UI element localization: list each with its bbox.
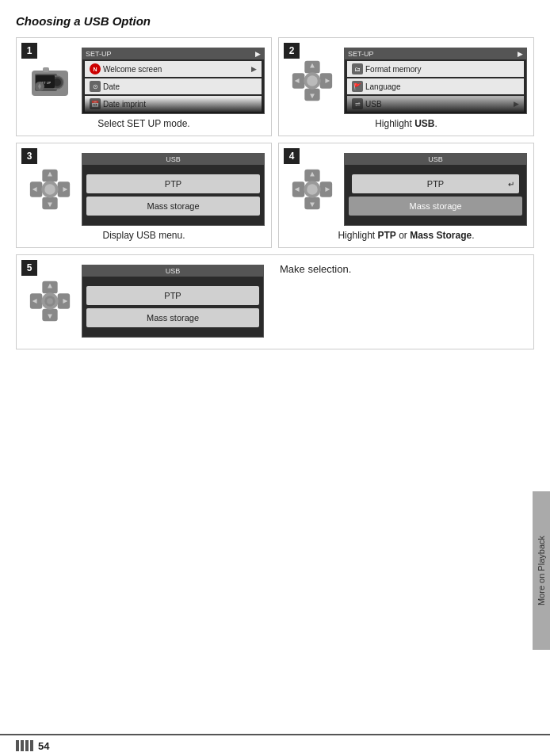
step-4-bold-ptp: PTP xyxy=(377,230,395,241)
step-5-box: 5 xyxy=(16,254,534,349)
menu-item-format: 🗂 Format memory xyxy=(347,61,524,77)
step-5-left: 5 xyxy=(17,255,270,349)
svg-point-35 xyxy=(307,184,318,195)
step-5-screen: USB PTP Mass storage xyxy=(82,265,264,338)
svg-rect-6 xyxy=(43,67,49,72)
menu-item-date: ⊙ Date xyxy=(85,78,262,94)
footer-decoration xyxy=(16,740,33,751)
step-3-number: 3 xyxy=(21,148,37,164)
step-5-caption-area: Make selection. xyxy=(270,255,533,349)
side-tab: More on Playback xyxy=(533,491,550,650)
step-3-box: 3 xyxy=(16,143,272,248)
step-3-screen: USB PTP Mass storage xyxy=(82,153,265,226)
step-4-mass-storage: Mass storage xyxy=(349,197,522,216)
step-1-screen: SET-UP ▶ N Welcome screen ▶ ⊙ Date 📅 xyxy=(82,48,265,114)
step-3-mass-storage: Mass storage xyxy=(86,197,260,216)
step-5-caption: Make selection. xyxy=(280,263,351,275)
step-5-number: 5 xyxy=(21,260,37,276)
step-4-box: 4 xyxy=(278,143,534,248)
step-2-box: 2 xyxy=(278,37,534,136)
step-2-bold: USB xyxy=(414,118,434,129)
step-4-number: 4 xyxy=(284,148,300,164)
step-1-camera-icon: SET UP xyxy=(23,56,77,105)
page-footer: 54 xyxy=(0,734,550,756)
step-3-caption: Display USB menu. xyxy=(23,230,265,241)
menu-item-language: 🚩 Language xyxy=(347,78,524,94)
page-number: 54 xyxy=(38,740,49,752)
step-4-bold-mass: Mass Storage xyxy=(410,230,472,241)
svg-point-46 xyxy=(47,298,53,304)
svg-point-15 xyxy=(307,75,318,86)
svg-point-25 xyxy=(44,184,55,195)
step-5-mass-storage: Mass storage xyxy=(86,308,259,327)
step-2-screen: SET-UP ▶ 🗂 Format memory 🚩 Language ⇌ US… xyxy=(344,48,527,114)
step-1-caption: Select SET UP mode. xyxy=(23,118,265,129)
step-5-ptp: PTP xyxy=(86,286,259,305)
step-3-dpad-icon xyxy=(23,166,77,212)
step-1-number: 1 xyxy=(21,43,37,59)
page-title: Choosing a USB Option xyxy=(16,14,534,28)
step-2-dpad-icon xyxy=(285,58,339,104)
screen-3-title: USB xyxy=(82,154,264,165)
step-1-box: 1 SET UP xyxy=(16,37,272,136)
step-3-ptp: PTP xyxy=(86,174,260,193)
screen-1-title: SET-UP xyxy=(86,50,112,58)
step-4-screen: USB PTP ↵ Mass storage xyxy=(344,153,527,226)
step-4-ptp: PTP ↵ xyxy=(352,174,519,193)
step-4-dpad-icon xyxy=(285,166,339,212)
step-5-dpad-icon xyxy=(23,278,77,324)
step-2-number: 2 xyxy=(284,43,300,59)
step-4-caption: Highlight PTP or Mass Storage. xyxy=(285,230,527,241)
menu-item-welcome: N Welcome screen ▶ xyxy=(85,61,262,77)
side-tab-label: More on Playback xyxy=(537,536,546,605)
step-2-caption: Highlight USB. xyxy=(285,118,527,129)
screen-2-title: SET-UP xyxy=(348,50,374,58)
